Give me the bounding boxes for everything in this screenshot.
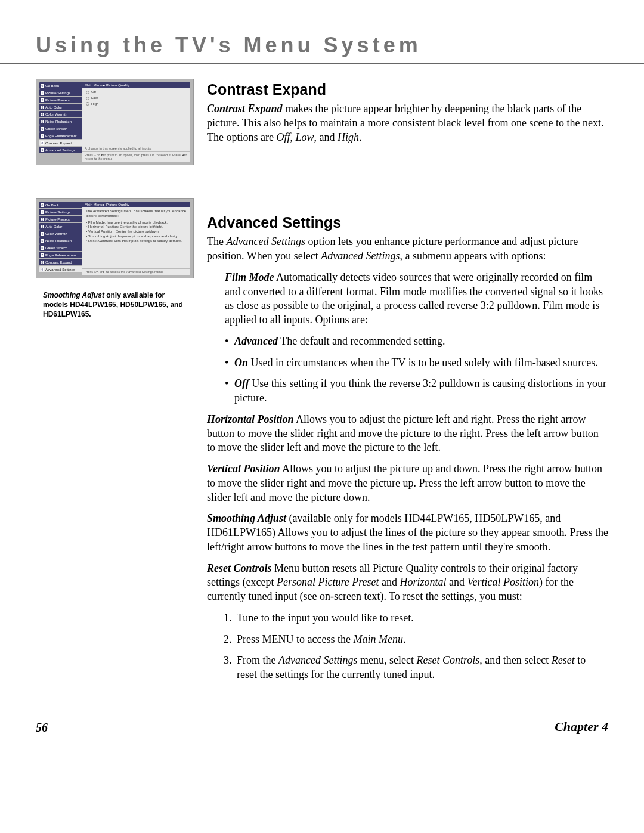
breadcrumb: Main Menu ▸ Picture Quality <box>82 82 190 88</box>
bullet-advanced: Advanced The default and recommended set… <box>207 335 608 349</box>
chapter-label: Chapter 4 <box>555 719 608 735</box>
menu-item: 3Auto Color <box>39 104 82 110</box>
menu-item: 3Auto Color <box>39 223 82 230</box>
menu-item: 6Green Stretch <box>39 244 82 251</box>
step-2: 2.Press MENU to access the Main Menu. <box>207 633 608 647</box>
menu-item: 5Noise Reduction <box>39 118 82 125</box>
contrast-expand-description: Contrast Expand makes the picture appear… <box>207 102 608 144</box>
section-heading-contrast-expand: Contrast Expand <box>207 80 608 100</box>
content-columns: 0Go Back1Picture Settings2Picture Preset… <box>0 79 644 689</box>
menu-item: 2Picture Presets <box>39 97 82 103</box>
section-heading-advanced-settings: Advanced Settings <box>207 213 608 233</box>
menu-item: 9Advanced Settings <box>39 266 82 272</box>
menu-screenshot-contrast-expand: 0Go Back1Picture Settings2Picture Preset… <box>36 79 194 165</box>
menu-item: 4Color Warmth <box>39 111 82 117</box>
advanced-settings-intro: The Advanced Settings option lets you en… <box>207 235 608 264</box>
menu-item: 0Go Back <box>39 82 82 89</box>
menu-screenshot-advanced-settings: 0Go Back1Picture Settings2Picture Preset… <box>36 198 194 278</box>
reset-controls-paragraph: Reset Controls Menu button resets all Pi… <box>207 562 608 604</box>
smoothing-adjust-paragraph: Smoothing Adjust (available only for mod… <box>207 512 608 554</box>
menu-item: 2Picture Presets <box>39 216 82 222</box>
menu-item: 9Advanced Settings <box>39 147 82 153</box>
radio-option: High <box>86 102 187 107</box>
menu-item: 1Picture Settings <box>39 89 82 96</box>
menu-item: 8Contrast Expand <box>39 140 82 146</box>
menu-item: 7Edge Enhancement <box>39 252 82 258</box>
page-number: 56 <box>36 721 48 735</box>
menu-item: 8Contrast Expand <box>39 259 82 265</box>
menu-item: 4Color Warmth <box>39 230 82 237</box>
radio-option: Low <box>86 96 187 101</box>
right-column: Contrast Expand Contrast Expand makes th… <box>207 79 608 689</box>
bullet-on: On Used in circumstances when the TV is … <box>207 356 608 370</box>
menu-item: 5Noise Reduction <box>39 237 82 244</box>
breadcrumb: Main Menu ▸ Picture Quality <box>82 202 190 207</box>
page-footer: 56 Chapter 4 <box>0 689 644 735</box>
step-3: 3.From the Advanced Settings menu, selec… <box>207 654 608 682</box>
availability-note: Smoothing Adjust only available for mode… <box>36 287 194 320</box>
left-column: 0Go Back1Picture Settings2Picture Preset… <box>36 79 194 689</box>
menu-item: 6Green Stretch <box>39 125 82 132</box>
menu-item: 1Picture Settings <box>39 209 82 215</box>
step-1: 1.Tune to the input you would like to re… <box>207 611 608 625</box>
menu-item: 0Go Back <box>39 202 82 208</box>
menu-hint: Press ▴ or ▾ to point to an option, then… <box>82 151 190 162</box>
bullet-off: Off Use this setting if you think the re… <box>207 377 608 405</box>
page-header: Using the TV's Menu System <box>0 0 644 64</box>
page-title: Using the TV's Menu System <box>36 33 608 58</box>
menu-item: 7Edge Enhancement <box>39 132 82 139</box>
menu-hint: Press OK or ▸ to access the Advanced Set… <box>82 268 190 275</box>
radio-option: Off <box>86 90 187 95</box>
film-mode-paragraph: Film Mode Automatically detects video so… <box>207 271 608 327</box>
note-lead: Smoothing Adjust <box>43 291 104 299</box>
vertical-position-paragraph: Vertical Position Allows you to adjust t… <box>207 462 608 504</box>
menu-hint: A change in this screen is applied to al… <box>82 145 190 151</box>
horizontal-position-paragraph: Horizontal Position Allows you to adjust… <box>207 413 608 455</box>
